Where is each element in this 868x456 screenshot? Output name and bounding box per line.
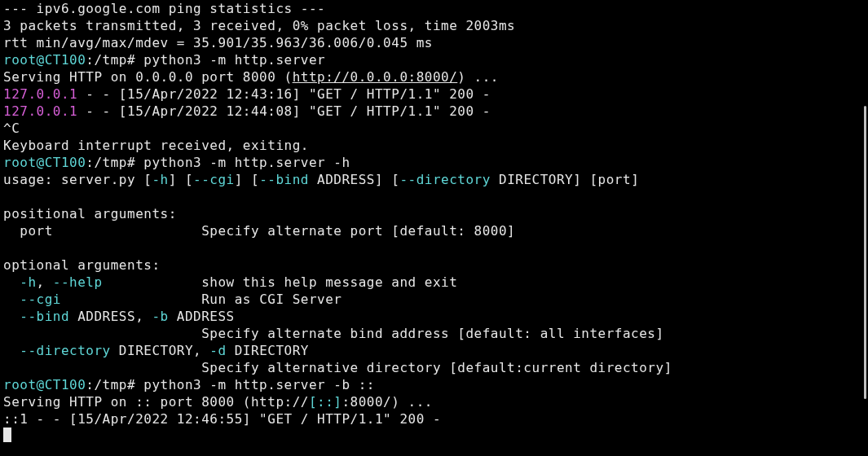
serving-line-1: Serving HTTP on 0.0.0.0 port 8000 (	[3, 69, 293, 85]
positional-port-line: port Specify alternate port [default: 80…	[3, 223, 515, 239]
serving2-post: :8000/) ...	[341, 394, 432, 410]
prompt-path: :/tmp#	[86, 155, 135, 170]
access-log-2: - - [15/Apr/2022 12:44:08] "GET / HTTP/1…	[77, 103, 491, 119]
serving2-pre: Serving HTTP on :: port 8000 (http://	[3, 394, 309, 410]
positional-args-header: positional arguments:	[3, 206, 177, 221]
usage-mid2: ] [	[235, 172, 259, 187]
opt-bind-desc: Specify alternate bind address [default:…	[3, 326, 664, 341]
serving-line-1-post: ) ...	[457, 69, 499, 85]
serving2-host: [::]	[309, 394, 342, 410]
opt-dir-desc: Specify alternative directory [default:c…	[3, 360, 672, 375]
opt-h-long: --help	[53, 274, 103, 290]
prompt-user: root@CT100	[3, 155, 86, 170]
opt-dir-short: -d	[209, 343, 226, 358]
client-ip: 127.0.0.1	[3, 86, 77, 102]
usage-dir-arg: DIRECTORY] [port]	[491, 172, 639, 187]
opt-cgi: --cgi	[20, 292, 61, 307]
opt-h-desc: show this help message and exit	[103, 274, 458, 290]
prompt-path: :/tmp#	[86, 52, 135, 68]
ctrl-c: ^C	[3, 121, 20, 136]
optional-args-header: optional arguments:	[3, 257, 161, 273]
opt-cgi-desc: Run as CGI Server	[61, 292, 342, 307]
usage-cgi: --cgi	[193, 172, 235, 187]
usage-dir: --directory	[399, 172, 490, 187]
client-ip: 127.0.0.1	[3, 103, 77, 119]
prompt-path: :/tmp#	[86, 377, 135, 392]
opt-dir-arg: DIRECTORY,	[111, 343, 210, 358]
usage-mid1: ] [	[169, 172, 193, 187]
opt-bind-arg2: ADDRESS	[169, 309, 235, 324]
ping-header: --- ipv6.google.com ping statistics ---	[3, 1, 325, 16]
opt-h-sep: ,	[37, 274, 53, 290]
ping-summary: 3 packets transmitted, 3 received, 0% pa…	[3, 18, 515, 33]
serving-url: http://0.0.0.0:8000/	[293, 69, 458, 85]
access-log-3: ::1 - - [15/Apr/2022 12:46:55] "GET / HT…	[3, 411, 441, 427]
cmd-http-server: python3 -m http.server	[135, 52, 325, 68]
opt-bind-short: -b	[152, 309, 168, 324]
opt-dir: --directory	[20, 343, 110, 358]
opt-bind-arg: ADDRESS,	[69, 309, 152, 324]
ping-rtt: rtt min/avg/max/mdev = 35.901/35.963/36.…	[3, 35, 433, 50]
usage-h: -h	[152, 172, 168, 187]
cursor	[3, 428, 11, 442]
prompt-user: root@CT100	[3, 377, 86, 392]
terminal-output[interactable]: --- ipv6.google.com ping statistics --- …	[0, 0, 868, 445]
opt-h-short: -h	[20, 274, 36, 290]
opt-dir-arg2: DIRECTORY	[227, 343, 309, 358]
usage-pre: usage: server.py [	[3, 172, 152, 187]
scrollbar-thumb[interactable]	[864, 106, 866, 399]
usage-bind-arg: ADDRESS] [	[309, 172, 399, 187]
cmd-help: python3 -m http.server -h	[135, 155, 350, 170]
cmd-bind-ipv6: python3 -m http.server -b ::	[135, 377, 375, 392]
opt-bind: --bind	[20, 309, 69, 324]
keyboard-interrupt: Keyboard interrupt received, exiting.	[3, 138, 309, 153]
access-log-1: - - [15/Apr/2022 12:43:16] "GET / HTTP/1…	[77, 86, 491, 102]
prompt-user: root@CT100	[3, 52, 86, 68]
usage-bind: --bind	[259, 172, 309, 187]
